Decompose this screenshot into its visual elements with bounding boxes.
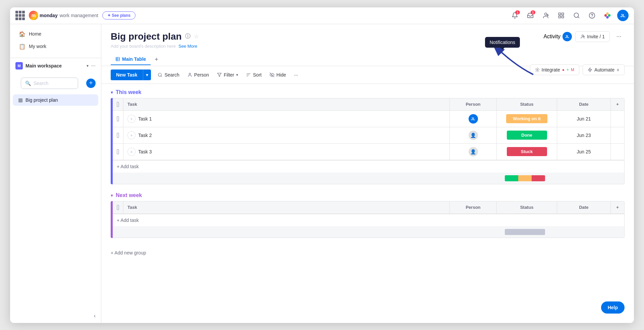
td-status-3[interactable]: Stuck: [497, 144, 557, 160]
workspace-icon: M: [15, 62, 23, 69]
add-new-group-button[interactable]: + Add new group: [111, 246, 625, 260]
notifications-button[interactable]: 1: [509, 10, 521, 21]
td-person-3[interactable]: 👤: [450, 144, 497, 160]
header-checkbox-nw[interactable]: [117, 205, 119, 210]
sort-label: Sort: [253, 72, 262, 78]
row-checkbox-1[interactable]: [117, 116, 119, 122]
group-next-week: ▾ Next week Task Person: [111, 192, 625, 238]
td-person-1[interactable]: JL: [450, 111, 497, 127]
svg-rect-3: [559, 13, 561, 15]
td-checkbox-1[interactable]: [113, 111, 123, 127]
global-search-button[interactable]: [571, 10, 582, 21]
add-person-icon-3[interactable]: +: [127, 148, 136, 156]
brand-logo: m: [29, 11, 38, 20]
tab-main-table-label: Main Table: [122, 56, 146, 62]
person-button[interactable]: Person: [183, 70, 213, 80]
board-more-button[interactable]: ···: [613, 31, 625, 42]
sort-button[interactable]: Sort: [242, 70, 266, 80]
more-actions-button[interactable]: ···: [290, 70, 302, 80]
group-collapse-button-this-week[interactable]: ▾: [111, 90, 113, 95]
th-add-col-nw[interactable]: +: [611, 201, 624, 214]
td-person-2[interactable]: 👤: [450, 127, 497, 143]
table-header-next-week: Task Person Status Date +: [113, 201, 624, 214]
td-date-3[interactable]: Jun 25: [557, 144, 611, 160]
board-title: Big project plan: [111, 31, 182, 42]
tab-add-button[interactable]: +: [152, 53, 161, 66]
sidebar-item-mywork[interactable]: 📋 My work: [15, 41, 96, 52]
invite-people-button[interactable]: [540, 10, 551, 21]
hide-button[interactable]: Hide: [266, 70, 290, 80]
automate-button[interactable]: Automate ∧: [583, 64, 625, 75]
summary-bar-next-week: [505, 229, 545, 235]
group-collapse-button-next-week[interactable]: ▾: [111, 193, 113, 198]
hide-label: Hide: [276, 72, 286, 78]
add-task-next-week[interactable]: + Add task: [113, 214, 624, 226]
td-task-3[interactable]: + Task 3: [123, 144, 450, 160]
row-checkbox-2[interactable]: [117, 133, 119, 138]
color-picker-button[interactable]: [602, 10, 613, 21]
header-checkbox[interactable]: [117, 102, 119, 107]
sidebar-collapse-button[interactable]: ‹: [94, 313, 96, 319]
add-person-icon-2[interactable]: +: [127, 131, 136, 139]
date-2: Jun 23: [577, 133, 591, 138]
sort-icon: [246, 73, 251, 77]
task-name-3: Task 3: [138, 149, 152, 154]
sidebar-item-bigproject[interactable]: ▦ Big project plan: [13, 94, 98, 106]
th-checkbox-nw: [113, 201, 123, 214]
new-task-button[interactable]: New Task: [111, 69, 143, 80]
td-date-1[interactable]: Jun 21: [557, 111, 611, 127]
td-date-2[interactable]: Jun 23: [557, 127, 611, 143]
td-checkbox-3[interactable]: [113, 144, 123, 160]
group-title-this-week[interactable]: This week: [116, 89, 141, 95]
th-person-nw: Person: [450, 201, 497, 214]
inbox-button[interactable]: 1: [525, 10, 536, 21]
help-button-floating[interactable]: Help: [601, 301, 625, 314]
workspace-more-button[interactable]: ···: [91, 63, 96, 69]
svg-rect-19: [116, 57, 120, 61]
board-star-icon[interactable]: ☆: [194, 33, 199, 40]
td-checkbox-2[interactable]: [113, 127, 123, 143]
workspace-section[interactable]: M Main workspace ▾ ···: [10, 59, 101, 72]
td-task-2[interactable]: + Task 2: [123, 127, 450, 143]
status-badge-3: Stuck: [507, 147, 547, 156]
sidebar-search-input[interactable]: 🔍 Search: [21, 78, 78, 89]
person-avatar-1: JL: [469, 114, 478, 124]
help-button[interactable]: [586, 10, 598, 21]
sidebar-item-label: Big project plan: [25, 97, 58, 103]
table-row: + Task 3 👤 Stuck Jun 25: [113, 144, 624, 160]
notification-badge: 1: [515, 10, 520, 14]
filter-button[interactable]: Filter ▾: [213, 70, 242, 80]
add-task-this-week[interactable]: + Add task: [113, 160, 624, 173]
sidebar-search-placeholder: Search: [34, 81, 48, 86]
filter-label: Filter: [224, 72, 234, 78]
row-checkbox-3[interactable]: [117, 149, 119, 154]
invite-button[interactable]: Invite / 1: [575, 31, 610, 42]
group-title-next-week[interactable]: Next week: [116, 192, 142, 198]
summary-bar-green: [505, 175, 518, 181]
integrate-button[interactable]: Integrate ● + M: [530, 64, 580, 75]
apps-grid-icon[interactable]: [15, 11, 25, 20]
board-info-icon[interactable]: ⓘ: [185, 33, 191, 40]
group-this-week: ▾ This week Task: [111, 89, 625, 184]
activity-button[interactable]: Activity JL: [543, 32, 572, 41]
th-add-col[interactable]: +: [611, 98, 624, 110]
sidebar-item-home[interactable]: 🏠 Home: [15, 28, 96, 40]
td-status-2[interactable]: Done: [497, 127, 557, 143]
apps-button[interactable]: [555, 10, 567, 21]
brand: m monday work management: [29, 11, 98, 20]
add-person-icon-1[interactable]: +: [127, 115, 136, 123]
sidebar-add-button[interactable]: +: [86, 79, 96, 88]
svg-rect-4: [562, 13, 564, 15]
td-task-1[interactable]: + Task 1: [123, 111, 450, 127]
add-task-label-next-week: + Add task: [117, 218, 139, 223]
td-status-1[interactable]: Working on it: [497, 111, 557, 127]
see-more-link[interactable]: See More: [178, 44, 197, 49]
search-icon: [158, 73, 162, 77]
tab-main-table[interactable]: Main Table: [111, 54, 151, 65]
user-avatar-button[interactable]: JL: [617, 10, 629, 21]
see-plans-button[interactable]: ✦ See plans: [102, 11, 136, 19]
board-header: Big project plan ⓘ ☆ Activity JL Invite …: [101, 24, 634, 66]
search-button[interactable]: Search: [154, 70, 183, 80]
th-person: Person: [450, 98, 497, 110]
new-task-dropdown-button[interactable]: ▾: [143, 69, 151, 80]
